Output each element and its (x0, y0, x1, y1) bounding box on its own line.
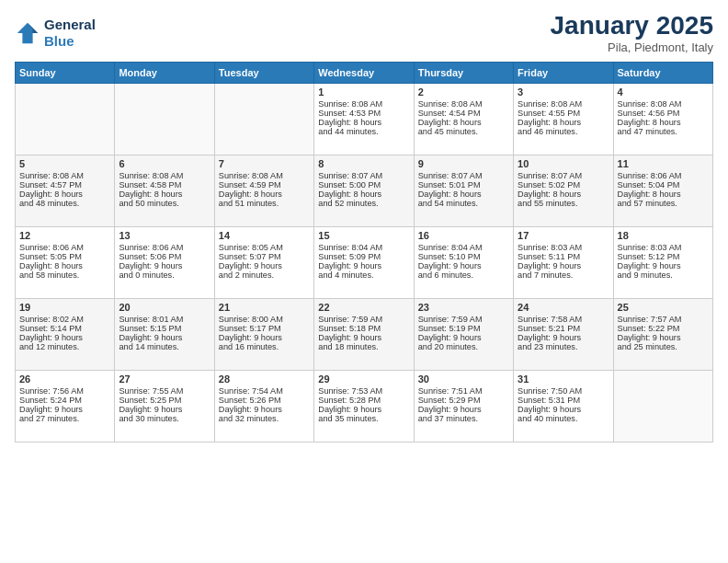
day-info: Daylight: 8 hours (19, 190, 110, 199)
calendar-cell: 28Sunrise: 7:54 AMSunset: 5:26 PMDayligh… (214, 371, 313, 442)
day-info: Sunset: 5:12 PM (618, 252, 709, 261)
day-number: 9 (418, 158, 509, 169)
day-info: Sunrise: 8:08 AM (219, 171, 310, 180)
calendar-cell: 4Sunrise: 8:08 AMSunset: 4:56 PMDaylight… (613, 84, 712, 155)
day-info: and 55 minutes. (518, 199, 609, 208)
day-number: 1 (318, 86, 409, 98)
day-info: Sunrise: 8:03 AM (518, 243, 609, 252)
day-info: Daylight: 9 hours (418, 333, 509, 342)
day-info: Daylight: 9 hours (618, 261, 709, 270)
location: Pila, Piedmont, Italy (551, 40, 713, 54)
calendar-cell (16, 84, 115, 155)
day-info: and 18 minutes. (318, 342, 409, 351)
calendar-cell: 23Sunrise: 7:59 AMSunset: 5:19 PMDayligh… (414, 299, 513, 371)
calendar-cell: 30Sunrise: 7:51 AMSunset: 5:29 PMDayligh… (414, 371, 513, 442)
day-info: Sunrise: 8:07 AM (418, 171, 509, 180)
day-info: Sunrise: 7:55 AM (119, 386, 210, 396)
day-info: and 25 minutes. (618, 342, 709, 351)
day-number: 17 (518, 230, 609, 241)
day-info: Sunset: 4:54 PM (418, 109, 509, 118)
calendar-page: General Blue January 2025 Pila, Piedmont… (0, 0, 728, 563)
day-number: 22 (318, 302, 409, 313)
day-info: Sunset: 5:09 PM (318, 252, 409, 261)
header: General Blue January 2025 Pila, Piedmont… (15, 11, 713, 54)
calendar-cell: 1Sunrise: 8:08 AMSunset: 4:53 PMDaylight… (314, 84, 414, 155)
weekday-header: Saturday (613, 63, 712, 84)
day-info: Daylight: 9 hours (518, 261, 609, 270)
day-info: Daylight: 8 hours (318, 190, 409, 199)
day-info: Sunrise: 7:59 AM (418, 315, 509, 324)
day-info: Sunset: 5:18 PM (318, 324, 409, 333)
day-info: Sunrise: 8:08 AM (318, 99, 409, 109)
calendar-cell: 29Sunrise: 7:53 AMSunset: 5:28 PMDayligh… (314, 371, 414, 442)
calendar-cell (115, 84, 214, 155)
day-info: Sunrise: 8:01 AM (119, 315, 210, 324)
weekday-header: Tuesday (214, 63, 313, 84)
day-info: Sunset: 5:29 PM (418, 396, 509, 405)
day-info: and 20 minutes. (418, 342, 509, 351)
day-info: Sunset: 5:28 PM (318, 396, 409, 405)
day-info: Sunset: 5:00 PM (318, 180, 409, 190)
day-info: and 44 minutes. (318, 127, 409, 136)
month-title: January 2025 (551, 11, 713, 40)
day-info: Daylight: 9 hours (119, 333, 210, 342)
calendar-cell: 11Sunrise: 8:06 AMSunset: 5:04 PMDayligh… (613, 155, 712, 227)
day-info: and 57 minutes. (618, 199, 709, 208)
calendar-cell: 12Sunrise: 8:06 AMSunset: 5:05 PMDayligh… (16, 227, 115, 299)
day-info: Sunrise: 7:51 AM (418, 386, 509, 396)
day-info: Daylight: 9 hours (518, 333, 609, 342)
day-number: 23 (418, 302, 509, 313)
day-info: and 16 minutes. (219, 342, 310, 351)
day-info: and 23 minutes. (518, 342, 609, 351)
calendar-cell: 31Sunrise: 7:50 AMSunset: 5:31 PMDayligh… (514, 371, 613, 442)
day-info: Sunrise: 8:08 AM (19, 171, 110, 180)
day-info: Sunrise: 8:08 AM (418, 99, 509, 109)
day-number: 31 (518, 373, 609, 385)
day-info: Daylight: 9 hours (219, 333, 310, 342)
weekday-row: SundayMondayTuesdayWednesdayThursdayFrid… (16, 63, 713, 84)
logo-icon (15, 20, 40, 46)
day-info: and 2 minutes. (219, 270, 310, 280)
day-info: Sunrise: 8:06 AM (19, 243, 110, 252)
day-info: Sunrise: 8:06 AM (618, 171, 709, 180)
day-info: Sunset: 5:01 PM (418, 180, 509, 190)
day-info: Daylight: 9 hours (418, 405, 509, 414)
day-info: Daylight: 9 hours (219, 261, 310, 270)
day-number: 27 (119, 373, 210, 385)
weekday-header: Wednesday (314, 63, 414, 84)
day-info: and 40 minutes. (518, 414, 609, 423)
day-info: Sunset: 5:10 PM (418, 252, 509, 261)
calendar-header: SundayMondayTuesdayWednesdayThursdayFrid… (16, 63, 713, 84)
day-info: Daylight: 9 hours (119, 261, 210, 270)
day-info: Daylight: 9 hours (119, 405, 210, 414)
calendar-cell: 13Sunrise: 8:06 AMSunset: 5:06 PMDayligh… (115, 227, 214, 299)
day-info: Sunrise: 7:53 AM (318, 386, 409, 396)
day-info: Sunrise: 8:08 AM (119, 171, 210, 180)
day-info: and 6 minutes. (418, 270, 509, 280)
day-info: Sunset: 5:19 PM (418, 324, 509, 333)
day-number: 15 (318, 230, 409, 241)
day-number: 16 (418, 230, 509, 241)
calendar-cell: 19Sunrise: 8:02 AMSunset: 5:14 PMDayligh… (16, 299, 115, 371)
day-number: 2 (418, 86, 509, 98)
day-info: Sunset: 4:56 PM (618, 109, 709, 118)
day-info: Sunset: 5:17 PM (219, 324, 310, 333)
day-info: Daylight: 9 hours (318, 261, 409, 270)
day-info: Daylight: 8 hours (418, 118, 509, 127)
calendar-cell: 3Sunrise: 8:08 AMSunset: 4:55 PMDaylight… (514, 84, 613, 155)
day-number: 30 (418, 373, 509, 385)
day-info: Daylight: 9 hours (618, 333, 709, 342)
day-info: Sunset: 4:59 PM (219, 180, 310, 190)
day-info: Sunrise: 8:07 AM (318, 171, 409, 180)
day-info: Sunrise: 8:08 AM (618, 99, 709, 109)
day-info: Sunset: 5:04 PM (618, 180, 709, 190)
day-number: 6 (119, 158, 210, 169)
calendar-cell: 22Sunrise: 7:59 AMSunset: 5:18 PMDayligh… (314, 299, 414, 371)
day-info: Sunrise: 8:02 AM (19, 315, 110, 324)
calendar-cell: 17Sunrise: 8:03 AMSunset: 5:11 PMDayligh… (514, 227, 613, 299)
calendar-cell: 27Sunrise: 7:55 AMSunset: 5:25 PMDayligh… (115, 371, 214, 442)
day-info: and 27 minutes. (19, 414, 110, 423)
day-info: and 45 minutes. (418, 127, 509, 136)
day-info: Sunrise: 8:04 AM (418, 243, 509, 252)
calendar-week-row: 26Sunrise: 7:56 AMSunset: 5:24 PMDayligh… (16, 371, 713, 442)
